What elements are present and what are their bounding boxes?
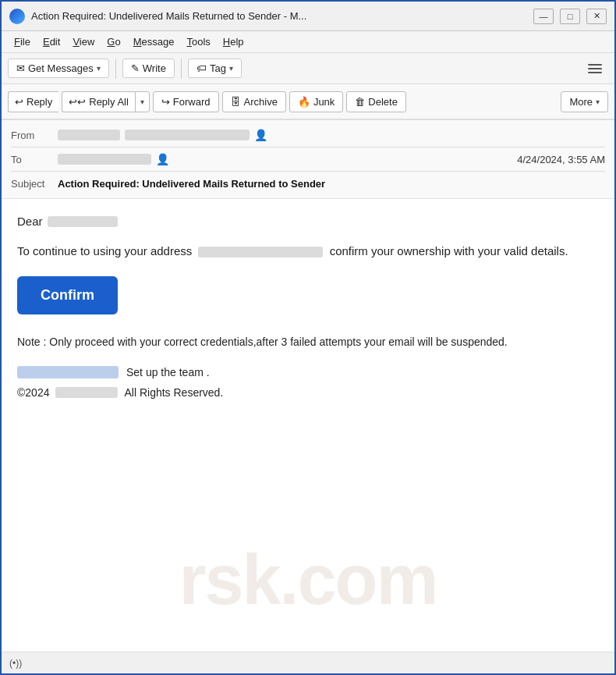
junk-icon: 🔥 bbox=[298, 96, 310, 108]
toolbar-separator-2 bbox=[181, 59, 182, 79]
statusbar: (•)) bbox=[2, 652, 614, 673]
reply-split-button: ↩ Reply bbox=[8, 91, 58, 112]
pencil-icon: ✎ bbox=[131, 62, 140, 74]
reply-all-chevron[interactable]: ▾ bbox=[135, 91, 150, 112]
watermark: rsk.com bbox=[179, 540, 437, 620]
reply-all-icon: ↩↩ bbox=[69, 96, 86, 108]
sender-person-icon: 👤 bbox=[254, 129, 267, 141]
more-chevron-icon: ▾ bbox=[596, 98, 600, 106]
to-row: To 👤 4/24/2024, 3:55 AM bbox=[11, 149, 605, 169]
company-name-blurred bbox=[55, 387, 118, 398]
write-button[interactable]: ✎ Write bbox=[122, 59, 175, 78]
email-client-window: Action Required: Undelivered Mails Retur… bbox=[0, 0, 616, 675]
toolbar-separator-1 bbox=[115, 59, 116, 79]
tag-button[interactable]: 🏷 Tag ▾ bbox=[188, 59, 242, 78]
menu-help[interactable]: Help bbox=[217, 34, 250, 50]
reply-all-button[interactable]: ↩↩ Reply All bbox=[62, 91, 135, 112]
to-value: 👤 4/24/2024, 3:55 AM bbox=[58, 153, 605, 165]
menu-edit[interactable]: Edit bbox=[37, 34, 66, 50]
maximize-button[interactable]: □ bbox=[560, 9, 580, 24]
titlebar: Action Required: Undelivered Mails Retur… bbox=[2, 2, 614, 31]
header-divider-1 bbox=[11, 147, 605, 147]
note-text: Note : Only proceed with your correct cr… bbox=[17, 333, 599, 350]
menu-tools[interactable]: Tools bbox=[180, 34, 216, 50]
subject-row: Subject Action Required: Undelivered Mai… bbox=[11, 173, 605, 194]
to-email-blurred bbox=[58, 154, 151, 165]
hamburger-button[interactable] bbox=[582, 61, 608, 76]
hamburger-line-3 bbox=[588, 72, 602, 73]
footer-team-row: Set up the team . bbox=[17, 366, 599, 378]
email-content: Dear To continue to using your address c… bbox=[17, 215, 599, 399]
window-controls: — □ ✕ bbox=[533, 9, 607, 24]
archive-button[interactable]: 🗄 Archive bbox=[222, 91, 286, 112]
chevron-down-icon[interactable]: ▾ bbox=[97, 64, 101, 73]
team-name-blurred bbox=[17, 366, 119, 378]
email-header: From 👤 To 👤 4/24/2024, 3:55 AM Subject A… bbox=[2, 120, 614, 199]
tag-chevron-icon[interactable]: ▾ bbox=[229, 64, 233, 73]
window-title: Action Required: Undelivered Mails Retur… bbox=[31, 10, 527, 22]
archive-icon: 🗄 bbox=[231, 96, 241, 108]
email-date: 4/24/2024, 3:55 AM bbox=[517, 154, 605, 165]
subject-value: Action Required: Undelivered Mails Retur… bbox=[58, 178, 325, 190]
menu-go[interactable]: Go bbox=[101, 34, 126, 50]
junk-button[interactable]: 🔥 Junk bbox=[289, 91, 343, 112]
header-divider-2 bbox=[11, 171, 605, 172]
hamburger-line-2 bbox=[588, 68, 602, 69]
reply-icon: ↩ bbox=[15, 96, 23, 108]
from-row: From 👤 bbox=[11, 125, 605, 145]
connection-status-icon: (•)) bbox=[9, 658, 22, 669]
copyright-row: ©2024 All Rights Reserved. bbox=[17, 386, 599, 399]
main-toolbar: ✉ Get Messages ▾ ✎ Write 🏷 Tag ▾ bbox=[2, 53, 614, 84]
forward-button[interactable]: ↪ Forward bbox=[153, 91, 219, 112]
app-icon bbox=[9, 9, 25, 24]
delete-button[interactable]: 🗑 Delete bbox=[346, 91, 406, 112]
email-greeting: Dear bbox=[17, 215, 599, 228]
to-label: To bbox=[11, 154, 58, 165]
action-toolbar: ↩ Reply ↩↩ Reply All ▾ ↪ Forward 🗄 Archi… bbox=[2, 84, 614, 120]
recipient-name-blurred bbox=[48, 216, 118, 227]
minimize-button[interactable]: — bbox=[533, 9, 554, 24]
from-name-blurred bbox=[58, 130, 120, 140]
email-body-paragraph: To continue to using your address confir… bbox=[17, 242, 599, 261]
tag-icon: 🏷 bbox=[196, 62, 207, 74]
address-blurred bbox=[198, 247, 323, 258]
confirm-button[interactable]: Confirm bbox=[17, 276, 118, 314]
from-label: From bbox=[11, 130, 58, 141]
from-email-blurred bbox=[125, 130, 250, 140]
trash-icon: 🗑 bbox=[355, 96, 365, 108]
from-value: 👤 bbox=[58, 129, 605, 141]
menu-message[interactable]: Message bbox=[127, 34, 181, 50]
hamburger-line-1 bbox=[588, 64, 602, 66]
close-button[interactable]: ✕ bbox=[586, 9, 607, 24]
email-body: rsk.com Dear To continue to using your a… bbox=[2, 199, 614, 652]
more-button[interactable]: More ▾ bbox=[561, 91, 608, 112]
menu-view[interactable]: View bbox=[66, 34, 101, 50]
menu-file[interactable]: File bbox=[8, 34, 37, 50]
reply-all-split-button: ↩↩ Reply All ▾ bbox=[62, 91, 150, 112]
subject-label: Subject bbox=[11, 178, 58, 190]
forward-icon: ↪ bbox=[161, 96, 170, 108]
envelope-icon: ✉ bbox=[16, 62, 25, 74]
get-messages-button[interactable]: ✉ Get Messages ▾ bbox=[8, 59, 109, 78]
reply-button[interactable]: ↩ Reply bbox=[8, 91, 58, 112]
menubar: File Edit View Go Message Tools Help bbox=[2, 31, 614, 53]
recipient-person-icon: 👤 bbox=[156, 153, 169, 165]
